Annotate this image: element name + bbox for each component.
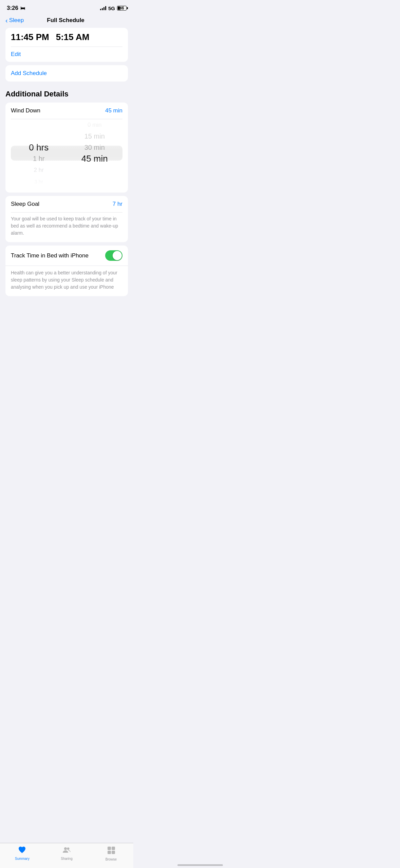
status-bar: 3:26 🛏 5G 36: [0, 0, 133, 14]
network-label: 5G: [108, 5, 115, 11]
picker-wrapper[interactable]: 0 hrs 1 hr 2 hr 3 hr 0 min 15 min 30 min…: [11, 119, 122, 187]
sleep-goal-header[interactable]: Sleep Goal 7 hr: [5, 196, 128, 212]
signal-bar-3: [103, 7, 104, 10]
minutes-picker-column[interactable]: 0 min 15 min 30 min 45 min 60 min 75 min: [67, 119, 123, 187]
back-chevron-icon: ‹: [5, 17, 8, 24]
hours-picker-column[interactable]: 0 hrs 1 hr 2 hr 3 hr: [11, 119, 67, 187]
picker-item-2hr[interactable]: 2 hr: [11, 164, 67, 176]
status-time: 3:26 🛏: [7, 5, 25, 12]
signal-bar-4: [105, 6, 106, 10]
picker-item-0hrs[interactable]: 0 hrs: [11, 142, 67, 153]
battery-container: 36: [117, 6, 127, 11]
picker-item-15min[interactable]: 15 min: [67, 130, 123, 142]
track-time-toggle[interactable]: [105, 250, 122, 261]
signal-bar-1: [100, 9, 101, 10]
wake-time-display: 5:15 AM: [56, 32, 90, 42]
schedule-times: 11:45 PM 5:15 AM: [5, 28, 128, 47]
picker-item-hours-neg2: [11, 119, 67, 130]
sleep-goal-card: Sleep Goal 7 hr Your goal will be used t…: [5, 196, 128, 242]
track-time-label: Track Time in Bed with iPhone: [11, 252, 89, 259]
signal-bar-2: [102, 8, 103, 10]
schedule-card: 11:45 PM 5:15 AM Edit: [5, 28, 128, 62]
picker-item-3hr[interactable]: 3 hr: [11, 176, 67, 187]
back-button[interactable]: ‹ Sleep: [5, 17, 24, 24]
track-time-description: Health can give you a better understandi…: [5, 266, 128, 296]
battery-icon: 36: [117, 6, 127, 11]
sleep-goal-value: 7 hr: [113, 201, 122, 207]
wind-down-value: 45 min: [105, 107, 122, 114]
wind-down-card: Wind Down 45 min 0 hrs 1 hr 2 hr 3 hr 0 …: [5, 103, 128, 193]
picker-item-0min[interactable]: 0 min: [67, 119, 123, 130]
picker-item-hours-neg1: [11, 130, 67, 142]
battery-level: 36: [119, 6, 124, 11]
picker-item-30min[interactable]: 30 min: [67, 142, 123, 153]
additional-details-header: Additional Details: [5, 90, 128, 98]
signal-bars: [100, 6, 106, 10]
toggle-knob: [113, 251, 122, 260]
edit-button[interactable]: Edit: [5, 47, 128, 62]
sleep-goal-description: Your goal will be used to keep track of …: [5, 213, 128, 242]
navigation-bar: ‹ Sleep Full Schedule: [0, 14, 133, 28]
wind-down-header: Wind Down 45 min: [5, 103, 128, 119]
status-right: 5G 36: [100, 5, 127, 11]
scroll-content: 11:45 PM 5:15 AM Edit Add Schedule Addit…: [0, 28, 133, 330]
track-time-header: Track Time in Bed with iPhone: [5, 246, 128, 266]
sleep-goal-label: Sleep Goal: [11, 201, 39, 207]
bed-icon: 🛏: [20, 5, 25, 11]
bedtime-display: 11:45 PM: [11, 32, 49, 42]
wind-down-label: Wind Down: [11, 107, 40, 114]
picker-item-1hr[interactable]: 1 hr: [11, 153, 67, 164]
back-label: Sleep: [9, 17, 24, 24]
page-title: Full Schedule: [47, 17, 84, 24]
picker-item-45min[interactable]: 45 min: [67, 153, 123, 164]
picker-container[interactable]: 0 hrs 1 hr 2 hr 3 hr 0 min 15 min 30 min…: [5, 119, 128, 193]
track-time-card: Track Time in Bed with iPhone Health can…: [5, 246, 128, 296]
add-schedule-button[interactable]: Add Schedule: [5, 65, 128, 82]
